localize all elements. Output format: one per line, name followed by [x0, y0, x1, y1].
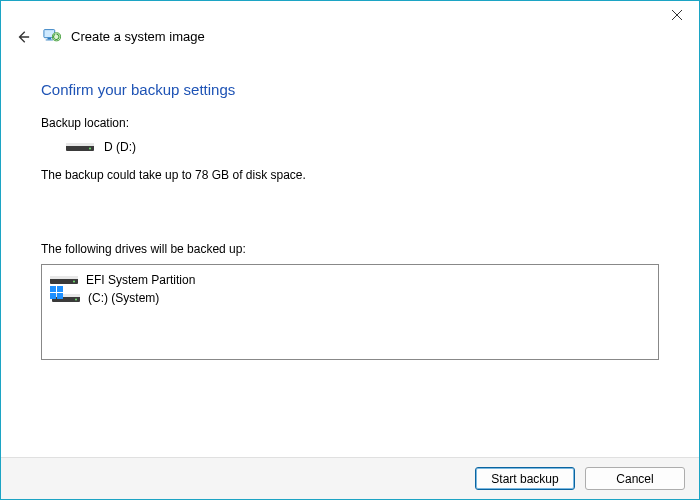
system-image-icon [43, 26, 61, 47]
back-arrow-icon [16, 30, 30, 44]
wizard-title: Create a system image [71, 29, 205, 44]
header-row: Create a system image [1, 26, 699, 47]
wizard-window: Create a system image Confirm your backu… [0, 0, 700, 500]
size-note: The backup could take up to 78 GB of dis… [41, 168, 659, 182]
svg-point-11 [73, 281, 75, 283]
list-item: (C:) (System) [50, 289, 650, 307]
svg-rect-7 [66, 143, 94, 146]
drive-icon [66, 140, 94, 154]
footer: Start backup Cancel [1, 457, 699, 499]
page-heading: Confirm your backup settings [41, 81, 659, 98]
list-item: EFI System Partition [50, 271, 650, 289]
svg-rect-10 [50, 276, 78, 279]
windows-badge-icon [50, 286, 64, 300]
svg-rect-4 [46, 40, 53, 41]
drive-icon [50, 273, 78, 287]
drive-label: (C:) (System) [88, 291, 159, 305]
backup-destination: D (D:) [66, 140, 659, 154]
cancel-button[interactable]: Cancel [585, 467, 685, 490]
svg-point-14 [75, 299, 77, 301]
drives-list: EFI System Partition (C:) (System) [41, 264, 659, 360]
close-button[interactable] [655, 1, 699, 29]
drives-list-label: The following drives will be backed up: [41, 242, 659, 256]
backup-destination-label: D (D:) [104, 140, 136, 154]
start-backup-button[interactable]: Start backup [475, 467, 575, 490]
close-icon [672, 10, 682, 20]
svg-rect-3 [48, 38, 52, 40]
svg-point-8 [89, 148, 91, 150]
drive-label: EFI System Partition [86, 273, 195, 287]
backup-location-label: Backup location: [41, 116, 659, 130]
back-button[interactable] [13, 30, 33, 44]
content-area: Confirm your backup settings Backup loca… [1, 47, 699, 360]
